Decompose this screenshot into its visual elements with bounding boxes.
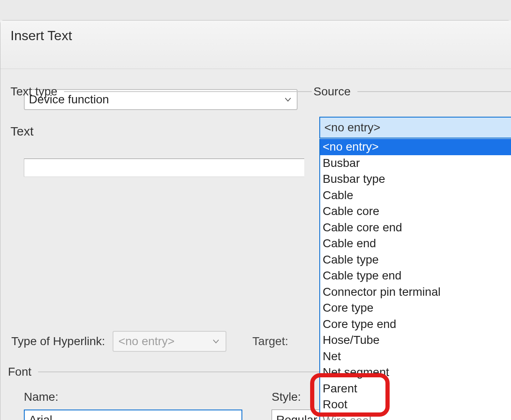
dialog-window: Insert Text Text type Source Device func… [0,20,511,420]
top-groups-row: Text type Source [10,85,511,98]
hyperlink-type-label: Type of Hyperlink: [11,335,105,348]
text-input[interactable] [24,159,304,177]
group-divider [64,91,312,92]
font-name-input[interactable]: Arial [24,410,242,420]
source-dropdown-list[interactable]: <no entry>BusbarBusbar typeCableCable co… [319,139,511,420]
dialog-title: Insert Text [0,20,511,69]
source-group: Source [313,85,511,98]
source-option[interactable]: Connector pin terminal [320,284,511,300]
source-option[interactable]: Root [320,397,511,413]
text-type-group: Text type [10,85,312,98]
font-name-label: Name: [24,390,242,404]
source-option[interactable]: Busbar [320,155,511,172]
source-option[interactable]: Core type [320,300,511,316]
source-option[interactable]: Busbar type [320,171,511,187]
source-option[interactable]: Parent [320,381,511,397]
font-name-value: Arial [29,413,52,420]
source-combo-value: <no entry> [324,121,380,134]
chevron-down-icon [211,337,221,346]
source-option[interactable]: Cable end [320,236,511,252]
source-option[interactable]: Wire seal [320,413,511,420]
source-option[interactable]: Cable [320,187,511,204]
source-option[interactable]: Cable type [320,252,511,268]
source-option[interactable]: Core type end [320,316,511,333]
hyperlink-type-combo[interactable]: <no entry> [113,331,226,352]
source-option[interactable]: Net segment [320,364,511,381]
text-type-header: Text type [10,85,312,98]
dialog-content: Text type Source Device function Text Ty [0,89,511,177]
font-name-col: Name: Arial [24,390,242,420]
source-option[interactable]: Cable type end [320,268,511,284]
font-label: Font [8,365,31,379]
group-divider [357,91,511,92]
source-option[interactable]: Cable core end [320,220,511,236]
font-style-value: Regular [276,413,317,420]
source-label: Source [313,85,351,98]
source-option[interactable]: Hose/Tube [320,332,511,348]
source-header: Source [313,85,511,98]
source-option[interactable]: Cable core [320,203,511,220]
hyperlink-target-label: Target: [252,335,288,348]
text-type-label: Text type [10,85,57,98]
hyperlink-type-value: <no entry> [118,335,175,348]
source-option[interactable]: <no entry> [320,139,511,155]
source-combo[interactable]: <no entry> [319,117,511,138]
source-option[interactable]: Net [320,348,511,365]
